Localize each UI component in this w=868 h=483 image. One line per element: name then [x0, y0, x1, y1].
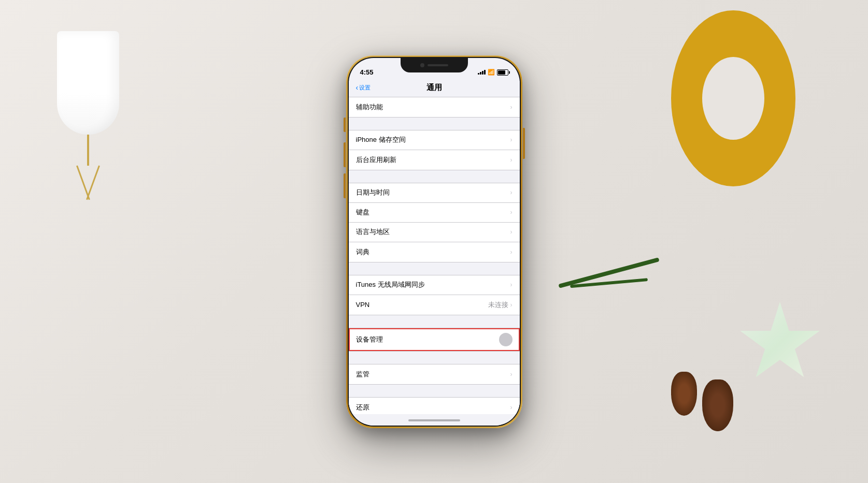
iphone-device: 4:55 📶	[346, 55, 522, 428]
device-management-label: 设备管理	[356, 335, 383, 344]
page-title: 通用	[426, 83, 442, 93]
signal-icon	[478, 70, 486, 75]
settings-group-3: 日期与时间 › 键盘 ›	[349, 183, 520, 262]
lamp-decoration	[41, 31, 135, 197]
vpn-label: VPN	[356, 301, 370, 309]
keyboard-right: ›	[510, 209, 513, 216]
status-time: 4:55	[360, 68, 374, 76]
donut-decoration	[671, 10, 816, 217]
accessibility-right: ›	[510, 104, 513, 111]
supervision-right: ›	[510, 371, 513, 378]
vpn-row[interactable]: VPN 未连接 ›	[349, 295, 520, 315]
device-management-right	[499, 333, 513, 346]
itunes-sync-label: iTunes 无线局域网同步	[356, 280, 425, 289]
supervision-row[interactable]: 监管 ›	[349, 364, 520, 384]
back-button[interactable]: ‹ 设置	[356, 83, 371, 92]
back-chevron-icon: ‹	[356, 83, 359, 92]
storage-right: ›	[510, 136, 513, 143]
wifi-icon: 📶	[488, 69, 495, 76]
restore-right: ›	[510, 404, 513, 411]
accessibility-label: 辅助功能	[356, 103, 383, 112]
dictionary-row[interactable]: 词典 ›	[349, 242, 520, 262]
bg-refresh-label: 后台应用刷新	[356, 155, 396, 165]
chevron-icon: ›	[510, 301, 513, 309]
storage-label: iPhone 储存空间	[356, 135, 406, 144]
loading-spinner-icon	[499, 333, 513, 346]
divider-6	[349, 385, 520, 397]
dictionary-label: 词典	[356, 247, 369, 257]
chevron-icon: ›	[510, 281, 513, 288]
divider-5	[349, 352, 520, 364]
vpn-right: 未连接 ›	[488, 300, 513, 310]
settings-group-7: 还原 ›	[349, 397, 520, 414]
status-icons: 📶	[478, 69, 508, 76]
settings-list: 辅助功能 › iPhone 储存空间	[349, 97, 520, 414]
datetime-right: ›	[510, 189, 513, 196]
bg-refresh-row[interactable]: 后台应用刷新 ›	[349, 150, 520, 170]
language-right: ›	[510, 228, 513, 236]
back-label: 设置	[359, 84, 371, 92]
settings-group-5: 设备管理	[349, 328, 520, 352]
datetime-label: 日期与时间	[356, 188, 390, 197]
chevron-icon: ›	[510, 104, 513, 111]
dictionary-right: ›	[510, 248, 513, 256]
volume-up-button[interactable]	[344, 142, 346, 167]
battery-icon	[497, 69, 508, 76]
home-indicator-area	[349, 414, 520, 426]
chevron-icon: ›	[510, 156, 513, 164]
navigation-bar: ‹ 设置 通用	[349, 81, 520, 97]
divider-4	[349, 315, 520, 328]
star-decoration	[738, 302, 842, 405]
chevron-icon: ›	[510, 404, 513, 411]
home-indicator	[408, 419, 460, 421]
divider-2	[349, 170, 520, 183]
restore-label: 还原	[356, 403, 369, 412]
accessibility-row[interactable]: 辅助功能 ›	[349, 97, 520, 117]
divider-1	[349, 118, 520, 130]
bg-refresh-right: ›	[510, 156, 513, 164]
vpn-value: 未连接	[488, 300, 508, 310]
mute-button[interactable]	[344, 118, 346, 132]
chevron-icon: ›	[510, 209, 513, 216]
divider-3	[349, 262, 520, 275]
storage-row[interactable]: iPhone 储存空间 ›	[349, 130, 520, 150]
chevron-icon: ›	[510, 189, 513, 196]
itunes-sync-right: ›	[510, 281, 513, 288]
itunes-sync-row[interactable]: iTunes 无线局域网同步 ›	[349, 275, 520, 295]
pine-decoration	[557, 250, 764, 431]
volume-down-button[interactable]	[344, 173, 346, 198]
datetime-row[interactable]: 日期与时间 ›	[349, 183, 520, 203]
chevron-icon: ›	[510, 228, 513, 236]
language-row[interactable]: 语言与地区 ›	[349, 223, 520, 242]
settings-group-6: 监管 ›	[349, 364, 520, 385]
device-management-row[interactable]: 设备管理	[349, 328, 520, 351]
chevron-icon: ›	[510, 248, 513, 256]
chevron-icon: ›	[510, 371, 513, 378]
settings-group-2: iPhone 储存空间 › 后台应用刷新 ›	[349, 130, 520, 170]
settings-group-4: iTunes 无线局域网同步 › VPN 未连接 ›	[349, 275, 520, 315]
power-button[interactable]	[523, 128, 525, 159]
chevron-icon: ›	[510, 136, 513, 143]
restore-row[interactable]: 还原 ›	[349, 398, 520, 414]
language-label: 语言与地区	[356, 227, 390, 237]
supervision-label: 监管	[356, 370, 369, 379]
iphone-notch	[401, 58, 468, 72]
keyboard-row[interactable]: 键盘 ›	[349, 203, 520, 223]
keyboard-label: 键盘	[356, 208, 369, 217]
settings-group-1: 辅助功能 ›	[349, 97, 520, 118]
